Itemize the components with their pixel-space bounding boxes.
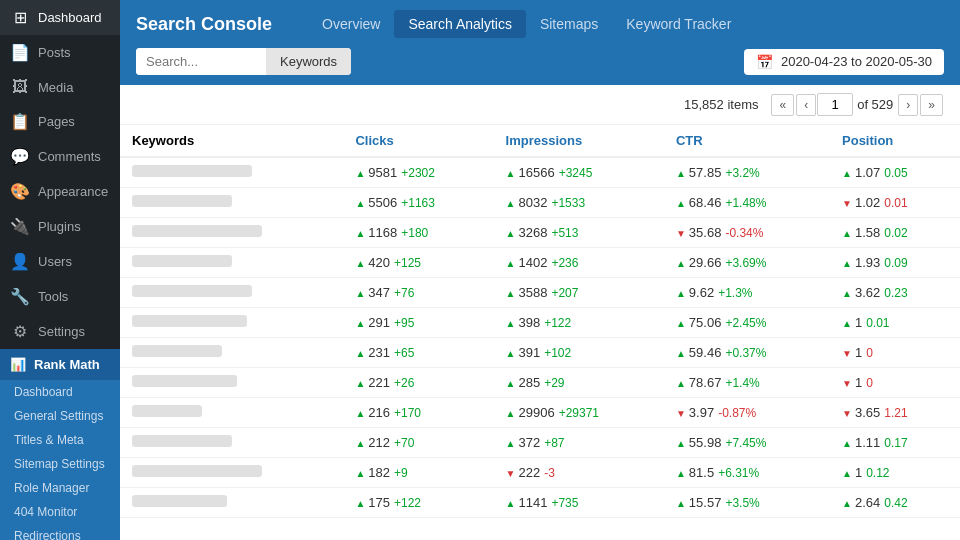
impressions-value: 222: [518, 465, 540, 480]
position-cell: 10: [830, 368, 960, 398]
date-range-text: 2020-04-23 to 2020-05-30: [781, 54, 932, 69]
col-position[interactable]: Position: [830, 125, 960, 157]
sidebar-item-plugins[interactable]: 🔌Plugins: [0, 209, 120, 244]
rm-404[interactable]: 404 Monitor: [0, 500, 120, 524]
ctr-arrow: [676, 225, 689, 240]
topbar-nav-sitemaps[interactable]: Sitemaps: [526, 10, 612, 38]
last-page-button[interactable]: »: [920, 94, 943, 116]
ctr-cell: 55.98+7.45%: [664, 428, 830, 458]
first-page-button[interactable]: «: [771, 94, 794, 116]
position-arrow: [842, 405, 855, 420]
impressions-cell: 222-3: [494, 458, 664, 488]
rm-dashboard[interactable]: Dashboard: [0, 380, 120, 404]
sidebar-label: Appearance: [38, 184, 108, 199]
impressions-arrow: [506, 495, 519, 510]
sidebar-label: Plugins: [38, 219, 81, 234]
position-cell: 1.580.02: [830, 218, 960, 248]
rank-math-label: Rank Math: [34, 357, 100, 372]
impressions-value: 285: [518, 375, 540, 390]
table-row: 231+65391+10259.46+0.37%10: [120, 338, 960, 368]
kw-cell: [120, 428, 343, 458]
sidebar-top-items: ⊞Dashboard📄Posts🖼Media📋Pages💬Comments🎨Ap…: [0, 0, 120, 349]
topbar-row1: Search Console OverviewSearch AnalyticsS…: [136, 10, 944, 38]
position-delta: 0.01: [884, 196, 907, 210]
rm-titles[interactable]: Titles & Meta: [0, 428, 120, 452]
media-icon: 🖼: [10, 78, 30, 96]
kw-placeholder: [132, 315, 247, 327]
col-impressions[interactable]: Impressions: [494, 125, 664, 157]
sidebar-item-tools[interactable]: 🔧Tools: [0, 279, 120, 314]
ctr-delta: +2.45%: [725, 316, 766, 330]
ctr-arrow: [676, 435, 689, 450]
page-of: of 529: [857, 97, 893, 112]
kw-placeholder: [132, 465, 262, 477]
rm-role[interactable]: Role Manager: [0, 476, 120, 500]
col-ctr[interactable]: CTR: [664, 125, 830, 157]
position-delta: 0: [866, 376, 873, 390]
sidebar-label: Comments: [38, 149, 101, 164]
search-input[interactable]: [136, 48, 266, 75]
prev-page-button[interactable]: ‹: [796, 94, 816, 116]
clicks-value: 347: [368, 285, 390, 300]
kw-cell: [120, 218, 343, 248]
sidebar-item-comments[interactable]: 💬Comments: [0, 139, 120, 174]
topbar-nav-overview[interactable]: Overview: [308, 10, 394, 38]
page-input[interactable]: [817, 93, 853, 116]
date-range-wrap[interactable]: 📅 2020-04-23 to 2020-05-30: [744, 49, 944, 75]
sidebar-item-settings[interactable]: ⚙Settings: [0, 314, 120, 349]
topbar-nav-search-analytics[interactable]: Search Analytics: [394, 10, 526, 38]
position-value: 1.93: [855, 255, 880, 270]
rm-sitemap[interactable]: Sitemap Settings: [0, 452, 120, 476]
position-arrow: [842, 375, 855, 390]
impressions-cell: 8032+1533: [494, 188, 664, 218]
next-page-button[interactable]: ›: [898, 94, 918, 116]
rank-math-header[interactable]: 📊 Rank Math: [0, 349, 120, 380]
sidebar-label: Dashboard: [38, 10, 102, 25]
data-table: KeywordsClicksImpressionsCTRPosition 958…: [120, 125, 960, 518]
impressions-cell: 1402+236: [494, 248, 664, 278]
clicks-arrow: [355, 285, 368, 300]
sidebar: ⊞Dashboard📄Posts🖼Media📋Pages💬Comments🎨Ap…: [0, 0, 120, 540]
kw-cell: [120, 458, 343, 488]
ctr-value: 78.67: [689, 375, 722, 390]
position-arrow: [842, 315, 855, 330]
impressions-delta: +122: [544, 316, 571, 330]
clicks-delta: +26: [394, 376, 414, 390]
position-value: 1: [855, 375, 862, 390]
position-delta: 0: [866, 346, 873, 360]
rm-general[interactable]: General Settings: [0, 404, 120, 428]
sidebar-item-media[interactable]: 🖼Media: [0, 70, 120, 104]
table-row: 5506+11638032+153368.46+1.48%1.020.01: [120, 188, 960, 218]
clicks-arrow: [355, 225, 368, 240]
sidebar-item-pages[interactable]: 📋Pages: [0, 104, 120, 139]
sidebar-item-posts[interactable]: 📄Posts: [0, 35, 120, 70]
topbar-nav: OverviewSearch AnalyticsSitemapsKeyword …: [308, 10, 745, 38]
ctr-arrow: [676, 375, 689, 390]
clicks-cell: 231+65: [343, 338, 493, 368]
ctr-cell: 29.66+3.69%: [664, 248, 830, 278]
ctr-delta: +1.48%: [725, 196, 766, 210]
col-clicks[interactable]: Clicks: [343, 125, 493, 157]
topbar-nav-keyword-tracker[interactable]: Keyword Tracker: [612, 10, 745, 38]
clicks-delta: +76: [394, 286, 414, 300]
impressions-delta: +87: [544, 436, 564, 450]
ctr-delta: +7.45%: [725, 436, 766, 450]
clicks-arrow: [355, 405, 368, 420]
clicks-cell: 5506+1163: [343, 188, 493, 218]
sidebar-item-appearance[interactable]: 🎨Appearance: [0, 174, 120, 209]
col-keywords[interactable]: Keywords: [120, 125, 343, 157]
sidebar-label: Media: [38, 80, 73, 95]
impressions-cell: 372+87: [494, 428, 664, 458]
page-title: Search Console: [136, 14, 272, 35]
impressions-arrow: [506, 435, 519, 450]
kw-cell: [120, 368, 343, 398]
rm-redirections[interactable]: Redirections: [0, 524, 120, 540]
clicks-cell: 221+26: [343, 368, 493, 398]
ctr-value: 81.5: [689, 465, 714, 480]
position-value: 1: [855, 465, 862, 480]
position-cell: 1.110.17: [830, 428, 960, 458]
sidebar-item-users[interactable]: 👤Users: [0, 244, 120, 279]
sidebar-item-dashboard[interactable]: ⊞Dashboard: [0, 0, 120, 35]
position-arrow: [842, 465, 855, 480]
position-cell: 3.620.23: [830, 278, 960, 308]
